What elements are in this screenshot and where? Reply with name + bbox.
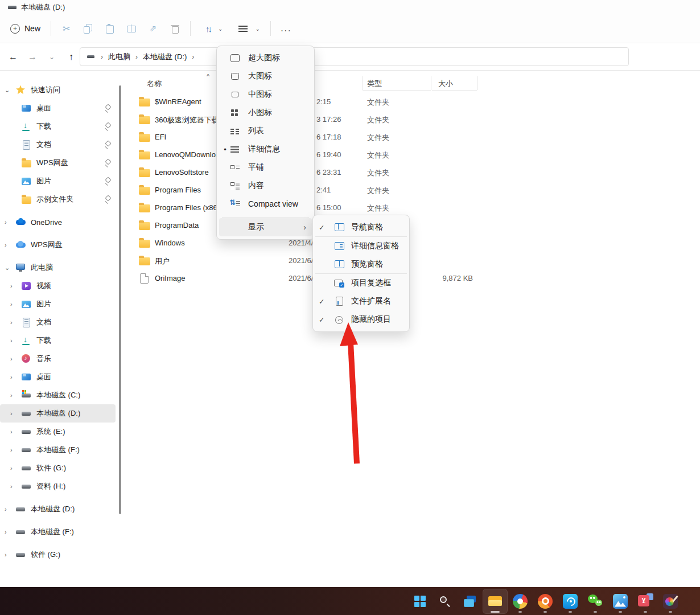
sidebar-item[interactable]: › 本地磁盘 (D:) (0, 404, 116, 423)
tree-chevron-icon[interactable]: › (10, 374, 22, 380)
more-button[interactable]: ... (275, 18, 297, 39)
task-view-button[interactable] (458, 589, 483, 614)
sidebar-item[interactable]: › 本地磁盘 (C:) (0, 386, 116, 404)
up-button[interactable]: ↑ (61, 48, 81, 66)
column-header-size[interactable]: 大小 (438, 79, 453, 89)
sidebar-item[interactable]: 示例文件夹 (0, 190, 116, 208)
sidebar-item[interactable]: › 文档 (0, 313, 116, 331)
file-date-modified: 6 15:00 (316, 203, 341, 212)
sidebar-item[interactable]: ⌄ 此电脑 (0, 259, 116, 277)
sidebar-item[interactable]: › OneDrive (0, 213, 116, 231)
sidebar-scrollbar[interactable] (119, 85, 121, 514)
tree-chevron-icon[interactable]: › (5, 528, 16, 535)
tree-chevron-icon[interactable]: › (10, 446, 22, 453)
browser-360-button[interactable] (508, 589, 533, 614)
view-menu-item[interactable]: 列表 (219, 122, 312, 140)
sidebar-item[interactable]: › 下载 (0, 331, 116, 350)
option-icon (333, 222, 345, 233)
delete-button[interactable] (164, 18, 186, 39)
sidebar-item[interactable]: › 系统 (E:) (0, 423, 116, 441)
sidebar-item[interactable]: › 资料 (H:) (0, 477, 116, 495)
sidebar-item[interactable]: WPS网盘 (0, 154, 116, 172)
tree-chevron-icon[interactable]: › (10, 301, 22, 308)
tree-chevron-icon[interactable]: › (10, 355, 22, 362)
tree-chevron-icon[interactable]: ⌄ (5, 264, 16, 272)
sidebar-item[interactable]: › 软件 (G:) (0, 546, 116, 564)
show-submenu-item[interactable]: ✓ 隐藏的项目 (315, 310, 407, 329)
sidebar-item[interactable]: 下载 (0, 117, 116, 136)
sidebar-item[interactable]: › 图片 (0, 295, 116, 313)
sidebar-item[interactable]: › 本地磁盘 (F:) (0, 523, 116, 541)
paste-button[interactable] (99, 18, 121, 39)
copy-button[interactable] (77, 18, 99, 39)
view-menu-item[interactable]: 内容 (219, 177, 312, 195)
sidebar-item[interactable]: 图片 (0, 172, 116, 190)
rename-button[interactable] (121, 18, 142, 39)
tree-chevron-icon[interactable]: › (10, 319, 22, 326)
cut-button[interactable]: ✂ (56, 18, 77, 39)
sidebar-item[interactable]: › 本地磁盘 (D:) (0, 500, 116, 518)
view-menu-item[interactable]: • 详细信息 (219, 140, 312, 158)
show-submenu-item[interactable]: 预览窗格 (315, 255, 407, 274)
breadcrumb-drive[interactable]: 本地磁盘 (D:) (143, 52, 187, 62)
baidu-netdisk-button[interactable] (558, 589, 583, 614)
sidebar-item[interactable]: › 桌面 (0, 368, 116, 386)
sidebar-item[interactable]: › 音乐 (0, 350, 116, 368)
file-date-modified: 6 19:40 (316, 150, 341, 159)
search-button[interactable] (433, 589, 458, 614)
forward-button[interactable]: → (23, 48, 42, 66)
sidebar-item[interactable]: › 视频 (0, 277, 116, 295)
tree-chevron-icon[interactable]: ⌄ (5, 87, 16, 94)
tree-chevron-icon[interactable]: › (5, 551, 16, 558)
sort-button[interactable]: ↑↓ ⌄ (200, 18, 228, 39)
start-button[interactable] (407, 589, 433, 614)
wechat-button[interactable] (583, 589, 608, 614)
tree-chevron-icon[interactable]: › (10, 483, 22, 490)
sidebar-item[interactable]: › WPS网盘 (0, 236, 116, 254)
browser-button[interactable] (533, 589, 558, 614)
sidebar-item[interactable]: › 软件 (G:) (0, 459, 116, 477)
sidebar-item[interactable]: 桌面 (0, 99, 116, 117)
view-button[interactable]: ⌄ (233, 18, 265, 39)
tree-chevron-icon[interactable]: › (5, 506, 16, 512)
share-button[interactable]: ⇗ (142, 18, 164, 39)
tree-chevron-icon[interactable]: › (10, 428, 22, 435)
table-row[interactable]: 用户 2021/6/2 (131, 252, 700, 270)
column-header-name[interactable]: 名称 (147, 79, 162, 89)
new-button[interactable]: + New (5, 18, 46, 39)
photos-button[interactable] (608, 589, 633, 614)
show-submenu-item[interactable]: 详细信息窗格 (315, 237, 407, 255)
tree-chevron-icon[interactable]: › (10, 337, 22, 344)
sidebar-item-icon (22, 372, 31, 382)
view-menu-item[interactable]: 显示 › (219, 218, 312, 236)
view-menu-item[interactable]: 小图标 (219, 104, 312, 122)
show-submenu-item[interactable]: ✓ 导航窗格 (315, 218, 407, 237)
breadcrumb-this-pc[interactable]: 此电脑 (108, 52, 130, 62)
column-header-type[interactable]: 类型 (367, 79, 382, 89)
view-menu-item[interactable]: 超大图标 (219, 49, 312, 67)
translator-button[interactable] (633, 589, 658, 614)
sidebar-item-icon (22, 445, 31, 455)
table-row[interactable]: OriImage 2021/6/2 9,872 KB (131, 270, 700, 288)
file-explorer-button[interactable] (483, 589, 508, 614)
tree-chevron-icon[interactable]: › (5, 241, 16, 248)
sidebar-item[interactable]: 文档 (0, 136, 116, 154)
back-button[interactable]: ← (3, 48, 23, 66)
file-icon (139, 151, 150, 159)
tree-chevron-icon[interactable]: › (10, 465, 22, 472)
address-bar[interactable]: › 此电脑 › 本地磁盘 (D:) › (80, 47, 629, 66)
show-submenu-item[interactable]: 项目复选框 (315, 274, 407, 292)
view-menu-item[interactable]: 中图标 (219, 85, 312, 104)
sidebar-item[interactable]: ⌄ 快速访问 (0, 81, 116, 99)
view-menu-item[interactable]: 平铺 (219, 158, 312, 177)
view-menu-item[interactable]: Compact view (219, 195, 312, 213)
sidebar-item[interactable]: › 本地磁盘 (F:) (0, 441, 116, 459)
recent-locations-button[interactable]: ⌄ (42, 48, 61, 66)
tree-chevron-icon[interactable]: › (10, 410, 22, 417)
show-submenu-item[interactable]: ✓ 文件扩展名 (315, 292, 407, 310)
paint-button[interactable] (658, 589, 683, 614)
view-menu-item[interactable]: 大图标 (219, 67, 312, 85)
tree-chevron-icon[interactable]: › (10, 282, 22, 289)
tree-chevron-icon[interactable]: › (10, 392, 22, 399)
tree-chevron-icon[interactable]: › (5, 219, 16, 226)
